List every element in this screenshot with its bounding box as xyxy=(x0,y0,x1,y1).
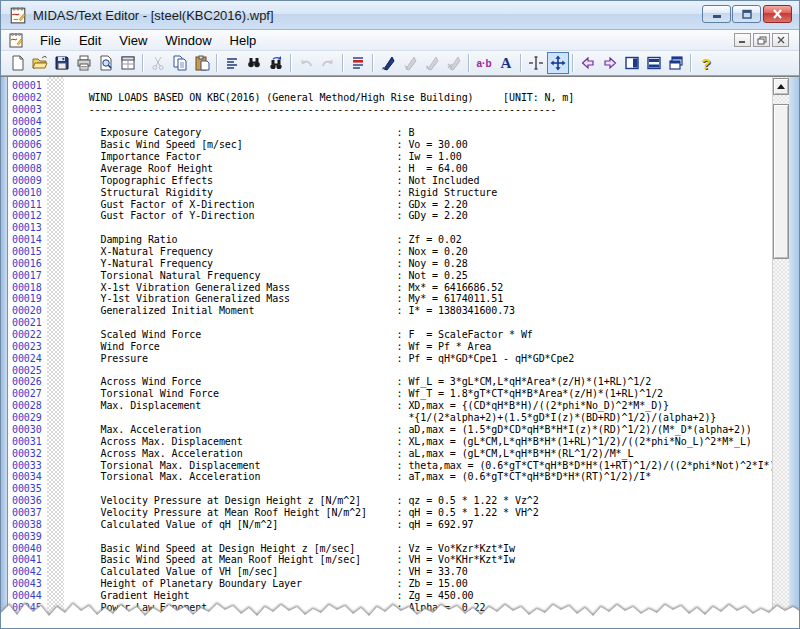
line-number-gutter: 00001 00002 00003 00004 00005 00006 0000… xyxy=(7,77,47,628)
caret-mode-button[interactable] xyxy=(525,52,547,74)
mdi-window-controls xyxy=(734,33,789,47)
close-button[interactable] xyxy=(763,5,792,23)
redo-icon xyxy=(320,55,336,71)
title-bar: MIDAS/Text Editor - [steel(KBC2016).wpf] xyxy=(1,1,799,30)
new-file-button[interactable] xyxy=(7,52,29,74)
toolbar-separator xyxy=(520,54,522,72)
bookmark-next-icon xyxy=(402,55,418,71)
scrollbar-thumb[interactable] xyxy=(773,104,789,259)
bookmark-clear-button xyxy=(443,52,465,74)
menu-bar: File Edit View Window Help xyxy=(1,30,799,51)
cascade-windows-icon xyxy=(668,55,684,71)
word-wrap-button[interactable]: a·b xyxy=(473,52,495,74)
bookmark-prev-icon xyxy=(424,55,440,71)
page-setup-icon xyxy=(120,55,136,71)
menu-edit[interactable]: Edit xyxy=(70,31,110,50)
toolbar-separator xyxy=(468,54,470,72)
maximize-icon xyxy=(741,9,753,20)
word-wrap-icon: a·b xyxy=(477,58,492,69)
vertical-scrollbar[interactable] xyxy=(772,77,789,628)
toolbar-separator xyxy=(342,54,344,72)
mdi-restore-icon xyxy=(757,36,767,45)
mdi-minimize-button[interactable] xyxy=(734,33,751,47)
toolbar-separator xyxy=(372,54,374,72)
maximize-button[interactable] xyxy=(732,5,761,23)
marked-lines-icon xyxy=(350,55,366,71)
mdi-restore-button[interactable] xyxy=(753,33,770,47)
line-format-icon xyxy=(224,55,240,71)
bookmark-next-button xyxy=(399,52,421,74)
app-window: MIDAS/Text Editor - [steel(KBC2016).wpf]… xyxy=(0,0,800,629)
cut-icon xyxy=(150,55,166,71)
print-icon xyxy=(76,55,92,71)
line-format-button[interactable] xyxy=(221,52,243,74)
split-horizontal-button[interactable] xyxy=(643,52,665,74)
menu-file[interactable]: File xyxy=(31,31,70,50)
save-icon xyxy=(54,55,70,71)
gutter-margin-pattern xyxy=(47,77,64,628)
copy-icon xyxy=(172,55,188,71)
paste-button[interactable] xyxy=(191,52,213,74)
menu-view[interactable]: View xyxy=(110,31,156,50)
mdi-minimize-icon xyxy=(738,36,747,44)
scroll-up-arrow-icon xyxy=(777,80,785,89)
new-file-icon xyxy=(10,55,26,71)
menu-help[interactable]: Help xyxy=(221,31,266,50)
page-setup-button[interactable] xyxy=(117,52,139,74)
find-button[interactable] xyxy=(243,52,265,74)
minimize-icon xyxy=(711,9,723,19)
app-icon xyxy=(9,6,27,24)
close-icon xyxy=(772,9,783,19)
mdi-close-button[interactable] xyxy=(772,33,789,47)
document-icon[interactable] xyxy=(8,32,24,48)
menu-window[interactable]: Window xyxy=(156,31,220,50)
redo-button xyxy=(317,52,339,74)
pan-mode-icon xyxy=(550,55,566,71)
caret-mode-icon xyxy=(528,55,544,71)
print-button[interactable] xyxy=(73,52,95,74)
split-vertical-icon xyxy=(624,55,640,71)
go-back-icon xyxy=(580,55,596,71)
undo-button xyxy=(295,52,317,74)
font-button[interactable]: A xyxy=(495,52,517,74)
open-file-button[interactable] xyxy=(29,52,51,74)
toolbar-separator xyxy=(216,54,218,72)
print-preview-icon xyxy=(98,55,114,71)
bookmark-toggle-icon xyxy=(380,55,396,71)
find-icon xyxy=(246,55,262,71)
cascade-windows-button[interactable] xyxy=(665,52,687,74)
text-editor-area[interactable]: WIND LOADS BASED ON KBC(2016) (General M… xyxy=(64,77,772,628)
bookmark-clear-icon xyxy=(446,55,462,71)
cut-button xyxy=(147,52,169,74)
find-next-button[interactable] xyxy=(265,52,287,74)
go-back-button[interactable] xyxy=(577,52,599,74)
line-numbers-text: 00001 00002 00003 00004 00005 00006 0000… xyxy=(8,77,47,614)
find-next-icon xyxy=(268,55,284,71)
go-forward-button[interactable] xyxy=(599,52,621,74)
menu-items: File Edit View Window Help xyxy=(31,30,265,50)
minimize-button[interactable] xyxy=(702,5,731,23)
toolbar-separator xyxy=(690,54,692,72)
editor-text: WIND LOADS BASED ON KBC(2016) (General M… xyxy=(64,77,772,614)
marked-lines-button[interactable] xyxy=(347,52,369,74)
toolbar-separator xyxy=(572,54,574,72)
help-button[interactable]: ? xyxy=(695,52,717,74)
toolbar-separator xyxy=(290,54,292,72)
bookmark-toggle-button[interactable] xyxy=(377,52,399,74)
scroll-up-button[interactable] xyxy=(773,78,789,95)
open-file-icon xyxy=(32,55,48,71)
window-title: MIDAS/Text Editor - [steel(KBC2016).wpf] xyxy=(33,8,274,23)
save-button[interactable] xyxy=(51,52,73,74)
copy-button[interactable] xyxy=(169,52,191,74)
window-frame-right xyxy=(789,77,799,628)
toolbar-separator xyxy=(142,54,144,72)
help-icon: ? xyxy=(701,55,710,72)
split-vertical-button[interactable] xyxy=(621,52,643,74)
mdi-close-icon xyxy=(777,36,785,44)
paste-icon xyxy=(194,55,210,71)
pan-mode-button[interactable] xyxy=(547,52,569,74)
split-horizontal-icon xyxy=(646,55,662,71)
bookmark-prev-button xyxy=(421,52,443,74)
print-preview-button[interactable] xyxy=(95,52,117,74)
font-icon: A xyxy=(501,55,512,72)
